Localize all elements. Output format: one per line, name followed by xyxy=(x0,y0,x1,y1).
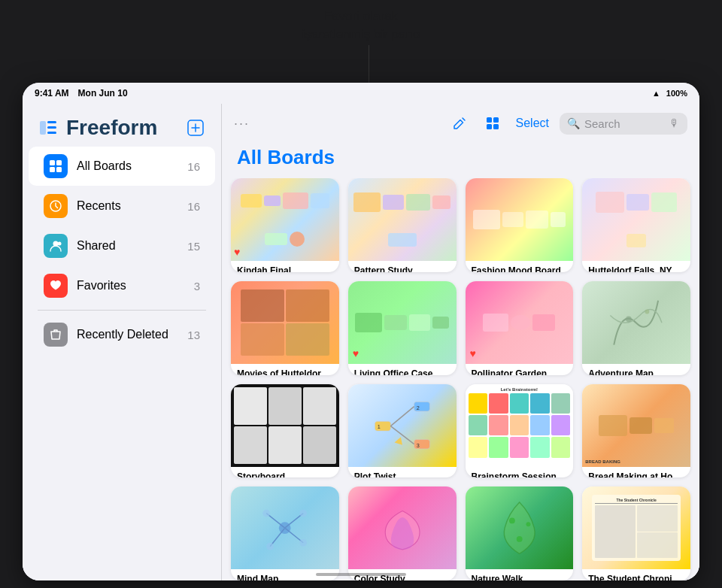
search-input[interactable]: Search xyxy=(584,117,665,130)
board-card-fashion[interactable]: Fashion Mood Board Yesterday, 4:06 PM Jo… xyxy=(466,178,574,272)
board-card-extra3[interactable]: Nature Walk 5/23/24, 5:30 PM Danny Rico xyxy=(466,486,574,580)
search-icon: 🔍 xyxy=(567,117,580,129)
living-office-heart-icon: ♥ xyxy=(353,347,359,359)
board-thumbnail-storyboard xyxy=(231,384,339,467)
board-name-living: Living Office Case Study xyxy=(354,368,450,375)
recently-deleted-icon xyxy=(44,323,68,347)
status-bar: 9:41 AM Mon Jun 10 ▲ 100% xyxy=(23,83,699,104)
home-indicator xyxy=(316,573,406,576)
sidebar-header: Freeform xyxy=(23,116,221,146)
compose-button[interactable] xyxy=(447,111,472,136)
board-info-pattern: Pattern Study Yesterday, 4:12 PM Michell… xyxy=(348,261,457,272)
svg-point-31 xyxy=(262,510,270,517)
board-name-hutteldorf: Hutteldorf Falls, NY xyxy=(588,265,684,272)
board-card-movies[interactable]: Movies of Hutteldorf Fa... 5/28/24, 4:30… xyxy=(231,281,339,375)
recently-deleted-label: Recently Deleted xyxy=(77,328,178,341)
app-container: Freeform xyxy=(23,104,699,580)
board-info-kindah: Kindah Final Yesterday, 4:30 PM Joan & 3… xyxy=(231,261,339,272)
content-header: All Boards xyxy=(222,143,699,178)
board-card-hutteldorf[interactable]: Hutteldorf Falls, NY Yesterday, 3:17 PM … xyxy=(582,178,690,272)
board-info-extra3: Nature Walk 5/23/24, 5:30 PM Danny Rico xyxy=(466,569,574,580)
shared-count: 15 xyxy=(187,240,200,253)
board-info-brainstorm: Brainstorm Session 5/23/24, 6:36 PM xyxy=(466,467,574,478)
board-name-student: The Student Chronicle xyxy=(588,574,684,580)
board-thumbnail-pattern xyxy=(348,178,457,261)
sidebar-item-favorites[interactable]: Favorites 3 xyxy=(29,266,215,305)
svg-rect-16 xyxy=(487,124,492,129)
boards-grid: ♥ Kindah Final Yesterday, 4:30 PM Joan &… xyxy=(222,178,699,580)
board-thumbnail-extra2 xyxy=(348,486,457,569)
tooltip-line1: Favori olarak xyxy=(302,8,420,26)
sidebar-item-recently-deleted[interactable]: Recently Deleted 13 xyxy=(29,315,215,354)
svg-point-37 xyxy=(299,539,307,547)
favorites-count: 3 xyxy=(194,280,200,292)
new-board-icon[interactable] xyxy=(185,117,206,138)
svg-rect-17 xyxy=(493,124,499,129)
wifi-icon: ▲ xyxy=(652,89,660,98)
board-thumbnail-plottwist: 1 2 3 xyxy=(348,384,457,467)
sidebar-item-shared[interactable]: Shared 15 xyxy=(29,226,215,265)
svg-point-19 xyxy=(645,309,650,314)
board-thumbnail-kindah: ♥ xyxy=(231,178,339,261)
board-name-pollinator: Pollinator Garden xyxy=(472,368,568,375)
board-card-kindah-final[interactable]: ♥ Kindah Final Yesterday, 4:30 PM Joan &… xyxy=(231,178,339,272)
favorites-label: Favorites xyxy=(77,279,185,292)
board-card-student-chronicle[interactable]: The Student Chronicle xyxy=(582,486,690,580)
board-card-pattern-study[interactable]: Pattern Study Yesterday, 4:12 PM Michell… xyxy=(348,178,457,272)
board-card-plot-twist[interactable]: 1 2 3 Plot Twist 5/23/24, 6:24 PM Danny … xyxy=(348,384,457,478)
app-title: Freeform xyxy=(66,116,157,140)
board-card-living-office[interactable]: ♥ Living Office Case Study 5/23/24, 6:43… xyxy=(348,281,457,375)
svg-rect-8 xyxy=(56,160,62,165)
sidebar-toggle-icon[interactable] xyxy=(38,117,59,138)
svg-rect-1 xyxy=(47,121,56,123)
svg-rect-0 xyxy=(40,121,46,135)
board-info-hutteldorf: Hutteldorf Falls, NY Yesterday, 3:17 PM … xyxy=(582,261,690,272)
sidebar-item-all-boards[interactable]: All Boards 16 xyxy=(29,147,215,186)
grid-view-button[interactable] xyxy=(480,111,505,136)
recents-icon xyxy=(44,194,68,218)
board-info-movies: Movies of Hutteldorf Fa... 5/28/24, 4:30… xyxy=(231,364,339,375)
all-boards-count: 16 xyxy=(187,160,200,173)
board-name-adventure: Adventure Map xyxy=(588,368,684,375)
ipad-frame: 9:41 AM Mon Jun 10 ▲ 100% xyxy=(23,83,699,580)
svg-point-13 xyxy=(58,242,62,246)
board-name-brainstorm: Brainstorm Session xyxy=(472,471,568,478)
select-button[interactable]: Select xyxy=(513,117,552,130)
board-name-kindah: Kindah Final xyxy=(237,265,333,272)
board-thumbnail-hutteldorf xyxy=(582,178,690,261)
recents-count: 16 xyxy=(187,200,200,213)
main-content: ··· Select 🔍 xyxy=(222,104,699,580)
board-info-adventure: Adventure Map 5/23/24, 5:23 PM Danny & D… xyxy=(582,364,690,375)
board-thumbnail-pollinator: ♥ xyxy=(466,281,574,364)
tooltip-line2: işaretlenmiş bir pano xyxy=(302,26,420,44)
mic-icon[interactable]: 🎙 xyxy=(669,117,680,129)
board-info-storyboard: Storyboard 5/23/24, 6:33 PM Danny & Dann… xyxy=(231,467,339,478)
svg-point-18 xyxy=(626,316,632,322)
sidebar-item-recents[interactable]: Recents 16 xyxy=(29,186,215,226)
board-name-storyboard: Storyboard xyxy=(237,471,333,478)
board-thumbnail-student: The Student Chronicle xyxy=(582,486,690,569)
favorites-icon xyxy=(44,274,68,298)
board-card-pollinator[interactable]: ♥ Pollinator Garden 5/23/24, 6:34 PM Joa… xyxy=(466,281,574,375)
toolbar: ··· Select 🔍 xyxy=(222,104,699,143)
board-card-storyboard[interactable]: Storyboard 5/23/24, 6:33 PM Danny & Dann… xyxy=(231,384,339,478)
svg-rect-10 xyxy=(56,167,62,172)
sidebar-divider xyxy=(38,310,206,311)
board-card-bread[interactable]: BREAD BAKING Bread Making at Home 5/23/2… xyxy=(582,384,690,478)
board-card-brainstorm[interactable]: Let's Brainstorm! xyxy=(466,384,574,478)
svg-rect-9 xyxy=(50,167,55,172)
board-card-extra1[interactable]: Mind Map 5/23/24, 6:00 PM Danny & Danny xyxy=(231,486,339,580)
status-bar-right: ▲ 100% xyxy=(652,89,687,98)
board-card-adventure[interactable]: Adventure Map 5/23/24, 5:23 PM Danny & D… xyxy=(582,281,690,375)
board-thumbnail-adventure xyxy=(582,281,690,364)
search-bar[interactable]: 🔍 Search 🎙 xyxy=(560,113,687,135)
board-thumbnail-brainstorm: Let's Brainstorm! xyxy=(466,384,574,467)
svg-point-35 xyxy=(266,543,274,550)
board-card-extra2[interactable]: Color Study 5/23/24, 5:45 PM Joan & Dann… xyxy=(348,486,457,580)
recents-label: Recents xyxy=(77,199,178,213)
svg-rect-2 xyxy=(47,126,56,129)
svg-point-38 xyxy=(509,518,515,524)
svg-text:2: 2 xyxy=(416,405,419,411)
status-date: Mon Jun 10 xyxy=(78,88,128,99)
all-boards-icon xyxy=(44,154,68,178)
